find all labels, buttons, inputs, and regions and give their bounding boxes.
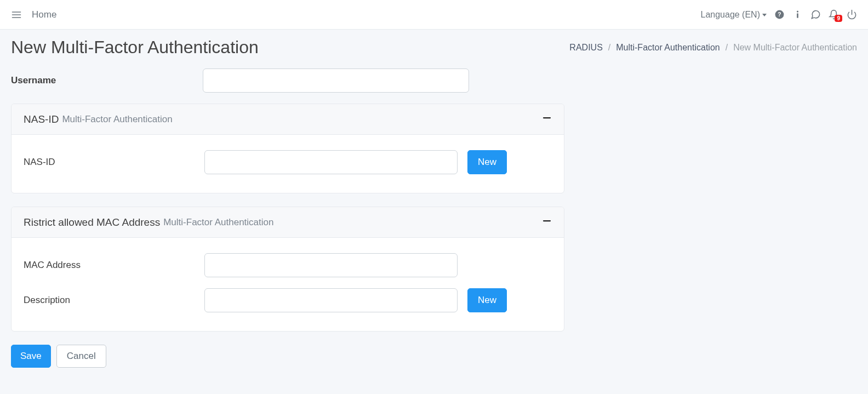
mac-card-title: Ristrict allowed MAC Address	[24, 216, 160, 229]
nasid-input[interactable]	[204, 150, 458, 174]
minus-icon	[542, 113, 552, 125]
mac-card: Ristrict allowed MAC Address Multi-Facto…	[11, 207, 564, 332]
content: Username NAS-ID Multi-Factor Authenticat…	[0, 68, 868, 379]
breadcrumb-current: New Multi-Factor Authentication	[733, 43, 857, 53]
breadcrumb-sep: /	[726, 43, 728, 53]
save-button[interactable]: Save	[11, 345, 51, 368]
mac-card-body: MAC Address Description New	[12, 238, 564, 331]
minus-icon	[542, 216, 552, 229]
username-input[interactable]	[203, 68, 469, 93]
username-row: Username	[11, 68, 857, 93]
nasid-row: NAS-ID New	[24, 150, 552, 174]
username-label: Username	[11, 75, 203, 86]
breadcrumb-root[interactable]: RADIUS	[569, 43, 602, 53]
nasid-card-subtitle: Multi-Factor Authentication	[62, 114, 172, 125]
topbar-left: Home	[11, 9, 56, 20]
mac-new-button[interactable]: New	[467, 288, 507, 312]
nasid-label: NAS-ID	[24, 157, 204, 168]
caret-down-icon	[762, 14, 767, 16]
topbar-right: Language (EN) ? 9	[700, 9, 857, 20]
form-actions: Save Cancel	[11, 345, 857, 368]
nasid-card-header[interactable]: NAS-ID Multi-Factor Authentication	[12, 104, 564, 135]
nasid-card-title: NAS-ID	[24, 113, 59, 125]
nasid-new-button[interactable]: New	[467, 150, 507, 174]
mac-address-label: MAC Address	[24, 260, 204, 271]
language-label: Language (EN)	[700, 10, 760, 20]
svg-rect-6	[797, 13, 798, 18]
mac-card-header[interactable]: Ristrict allowed MAC Address Multi-Facto…	[12, 207, 564, 238]
breadcrumb: RADIUS / Multi-Factor Authentication / N…	[569, 43, 857, 53]
description-row: Description New	[24, 288, 552, 312]
info-icon[interactable]	[792, 9, 803, 20]
home-link[interactable]: Home	[32, 9, 56, 20]
nasid-card-body: NAS-ID New	[12, 135, 564, 193]
power-icon[interactable]	[847, 9, 857, 20]
language-selector[interactable]: Language (EN)	[700, 10, 767, 20]
breadcrumb-mid[interactable]: Multi-Factor Authentication	[616, 43, 719, 53]
description-label: Description	[24, 295, 204, 306]
breadcrumb-sep: /	[608, 43, 610, 53]
menu-icon[interactable]	[11, 9, 22, 20]
mac-card-subtitle: Multi-Factor Authentication	[163, 217, 273, 228]
page-title: New Multi-Factor Authentication	[11, 37, 259, 58]
nasid-card: NAS-ID Multi-Factor Authentication NAS-I…	[11, 104, 564, 193]
help-icon[interactable]: ?	[774, 9, 785, 20]
svg-text:?: ?	[778, 12, 781, 18]
mac-address-input[interactable]	[204, 253, 458, 277]
page-header: New Multi-Factor Authentication RADIUS /…	[0, 30, 868, 68]
topbar: Home Language (EN) ? 9	[0, 0, 868, 30]
svg-point-5	[797, 11, 798, 13]
cancel-button[interactable]: Cancel	[56, 345, 106, 368]
notifications-badge: 9	[835, 15, 842, 22]
description-input[interactable]	[204, 288, 458, 312]
chat-icon[interactable]	[810, 9, 821, 20]
mac-address-row: MAC Address	[24, 253, 552, 277]
notifications-icon[interactable]: 9	[829, 9, 839, 20]
